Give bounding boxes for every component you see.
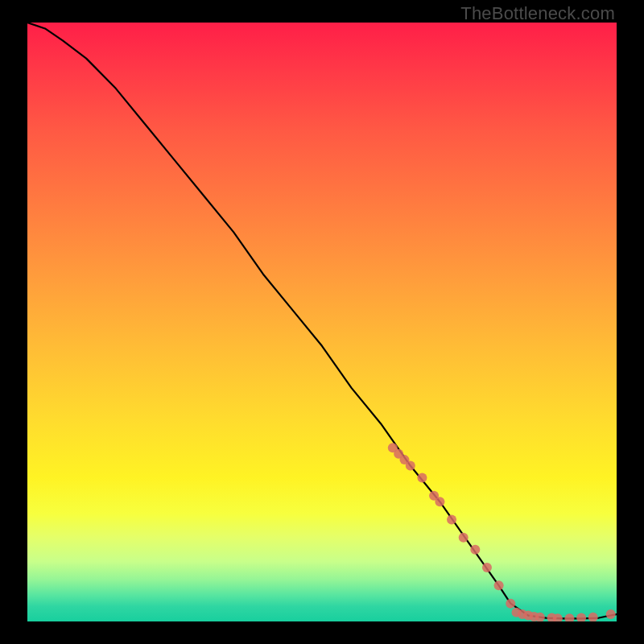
marker-dot xyxy=(435,497,444,506)
marker-dot xyxy=(406,461,415,471)
marker-dot xyxy=(447,515,456,525)
watermark-text: TheBottleneck.com xyxy=(460,3,615,24)
marker-dot xyxy=(470,545,480,555)
marker-group xyxy=(388,443,616,621)
marker-dot xyxy=(417,473,427,482)
chart-svg xyxy=(27,23,617,621)
marker-dot xyxy=(506,599,515,609)
curve-line xyxy=(27,23,617,618)
marker-dot xyxy=(482,563,492,572)
marker-dot xyxy=(494,580,504,590)
marker-dot xyxy=(459,533,469,543)
chart-frame: TheBottleneck.com xyxy=(0,0,644,644)
plot-area xyxy=(27,23,617,621)
marker-dot xyxy=(606,609,616,619)
marker-dot xyxy=(576,613,586,621)
marker-dot xyxy=(588,613,598,621)
marker-dot xyxy=(564,613,574,621)
